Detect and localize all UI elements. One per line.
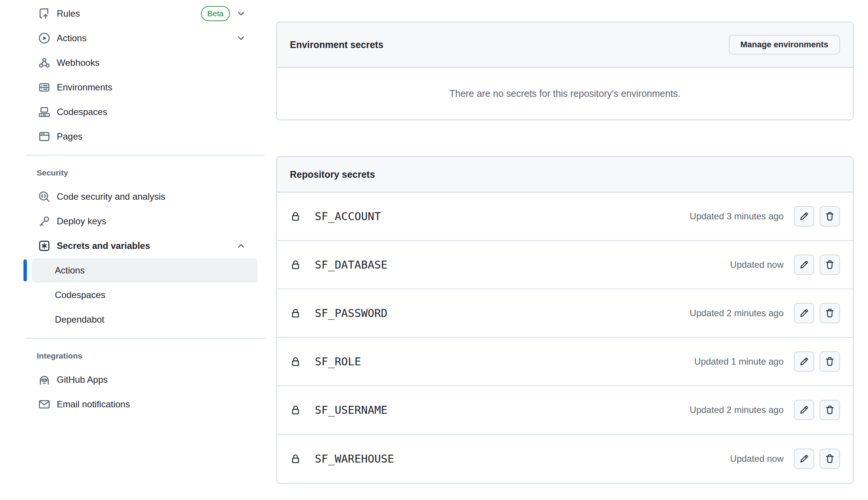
sidebar-item-label: Webhooks [57,57,100,68]
secret-updated: Updated 2 minutes ago [690,308,784,318]
hubot-icon [38,373,51,386]
manage-environments-button[interactable]: Manage environments [729,35,840,54]
code-scan-icon [38,190,51,203]
repository-secrets-panel: Repository secrets SF_ACCOUNT Updated 3 … [276,156,854,484]
play-icon [38,32,51,45]
secret-row: SF_USERNAME Updated 2 minutes ago [277,386,853,435]
secret-row: SF_ROLE Updated 1 minute ago [277,338,853,386]
trash-icon [824,453,835,464]
sidebar-item-label: Actions [57,33,87,43]
delete-secret-button[interactable] [820,351,840,372]
secret-name: SF_ROLE [315,355,361,368]
secret-name: SF_DATABASE [315,258,387,271]
lock-icon [290,453,301,465]
environment-secrets-header: Environment secrets Manage environments [277,22,853,68]
secret-row: SF_DATABASE Updated now [277,241,853,289]
key-icon [38,215,51,228]
lock-icon [290,356,301,368]
edit-secret-button[interactable] [794,206,814,227]
trash-icon [824,356,835,367]
trash-icon [824,211,835,222]
secret-row: SF_PASSWORD Updated 2 minutes ago [277,289,853,338]
trash-icon [824,405,835,415]
key-asterisk-icon [38,239,51,252]
server-icon [38,81,51,94]
sidebar-item-email-notifications[interactable]: Email notifications [0,392,265,416]
edit-secret-button[interactable] [794,303,814,323]
environment-secrets-title: Environment secrets [290,39,383,50]
codespaces-icon [38,106,51,118]
edit-secret-button[interactable] [794,449,814,469]
lock-icon [290,404,301,416]
delete-secret-button[interactable] [820,449,840,469]
pencil-icon [799,211,809,222]
sidebar-subitem-dependabot[interactable]: Dependabot [32,307,258,332]
lock-icon [290,210,301,222]
secret-name: SF_USERNAME [315,404,387,416]
sidebar-item-label: Secrets and variables [57,241,150,251]
repository-secrets-header: Repository secrets [277,157,853,193]
sidebar-item-label: Email notifications [57,399,130,410]
delete-secret-button[interactable] [820,255,840,275]
environment-secrets-body: There are no secrets for this repository… [277,68,853,120]
pencil-icon [799,453,809,464]
sidebar-item-label: Environments [57,82,112,93]
sidebar-divider [25,155,265,155]
sidebar-item-label: Code security and analysis [57,191,165,202]
sidebar-item-label: Rules [57,8,80,19]
secret-updated: Updated now [730,259,784,270]
no-environment-secrets-message: There are no secrets for this repository… [450,88,681,99]
secret-name: SF_ACCOUNT [315,210,381,223]
trash-icon [824,308,835,318]
lock-icon [290,259,301,271]
webhook-icon [38,56,51,69]
browser-icon [38,130,51,143]
sidebar-item-environments[interactable]: Environments [0,75,265,99]
repository-secrets-title: Repository secrets [290,169,375,180]
settings-main: Environment secrets Manage environments … [276,22,854,484]
sidebar-divider [25,338,265,339]
sidebar-subitem-label: Actions [55,265,85,276]
sidebar-item-codespaces[interactable]: Codespaces [0,99,265,124]
chevron-up-icon [236,241,246,251]
sidebar-section-integrations: Integrations [0,345,265,367]
secret-row: SF_WAREHOUSE Updated now [277,435,853,483]
sidebar-subitem-actions[interactable]: Actions [32,258,258,283]
sidebar-item-rules[interactable]: Rules Beta [0,1,265,26]
sidebar-item-label: Codespaces [57,107,107,117]
sidebar-item-code-security[interactable]: Code security and analysis [0,184,265,209]
sidebar-item-label: Pages [57,131,82,142]
pencil-icon [799,356,809,367]
pencil-icon [799,259,809,270]
sidebar-item-pages[interactable]: Pages [0,124,265,149]
edit-secret-button[interactable] [794,400,814,420]
pencil-icon [799,308,809,318]
secret-updated: Updated 3 minutes ago [690,211,784,222]
edit-secret-button[interactable] [794,351,814,372]
chevron-down-icon [236,33,246,43]
sidebar-item-secrets-variables[interactable]: Secrets and variables [0,233,265,258]
sidebar-subitem-label: Codespaces [55,290,105,300]
delete-secret-button[interactable] [820,400,840,420]
sidebar-section-security: Security [0,161,265,184]
settings-sidebar: Rules Beta Actions Webhooks [0,0,265,416]
trash-icon [824,259,835,270]
sidebar-item-github-apps[interactable]: GitHub Apps [0,367,265,392]
sidebar-item-webhooks[interactable]: Webhooks [0,50,265,75]
secret-name: SF_PASSWORD [315,307,387,320]
secret-updated: Updated 2 minutes ago [690,405,784,415]
chevron-down-icon [236,9,246,19]
secret-row: SF_ACCOUNT Updated 3 minutes ago [277,193,853,241]
lock-icon [290,307,301,319]
edit-secret-button[interactable] [794,255,814,275]
sidebar-item-actions[interactable]: Actions [0,26,265,50]
secret-name: SF_WAREHOUSE [315,452,394,465]
sidebar-subitem-codespaces[interactable]: Codespaces [32,283,258,307]
sidebar-item-label: GitHub Apps [57,374,108,385]
delete-secret-button[interactable] [820,206,840,227]
delete-secret-button[interactable] [820,303,840,323]
secret-updated: Updated 1 minute ago [694,356,784,367]
secret-updated: Updated now [730,453,784,464]
sidebar-item-deploy-keys[interactable]: Deploy keys [0,209,265,233]
sidebar-subitem-label: Dependabot [55,314,104,325]
